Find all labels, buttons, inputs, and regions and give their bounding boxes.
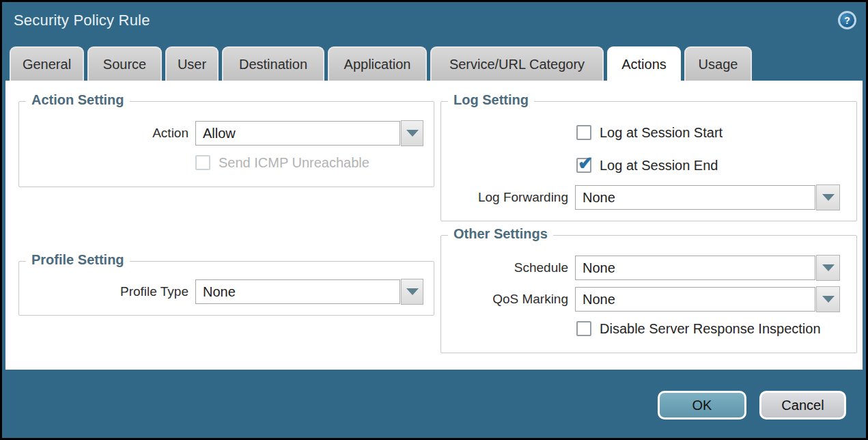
schedule-dropdown: None (575, 255, 840, 281)
chevron-down-icon (822, 264, 835, 271)
action-dropdown-button[interactable] (401, 120, 423, 146)
qos-marking-row: QoS Marking None (441, 286, 840, 313)
profile-type-dropdown: None (195, 279, 423, 305)
schedule-label: Schedule (441, 260, 568, 275)
log-session-end-row: Log at Session End (576, 157, 718, 174)
send-icmp-checkbox (195, 155, 210, 170)
log-forwarding-row: Log Forwarding None (441, 184, 840, 211)
dsri-label: Disable Server Response Inspection (600, 321, 821, 337)
tab-actions[interactable]: Actions (607, 46, 681, 81)
qos-marking-label: QoS Marking (441, 292, 568, 307)
schedule-dropdown-button[interactable] (816, 255, 840, 281)
qos-marking-dropdown-button[interactable] (816, 286, 840, 312)
action-field-row: Action Allow (19, 120, 423, 147)
dsri-checkbox[interactable] (576, 321, 591, 336)
profile-type-label: Profile Type (19, 284, 188, 299)
tab-label: Usage (699, 57, 738, 72)
action-dropdown: Allow (195, 120, 423, 146)
tab-label: Source (103, 57, 146, 72)
log-session-start-label: Log at Session Start (600, 125, 723, 141)
log-forwarding-dropdown-button[interactable] (816, 184, 840, 210)
tab-label: Service/URL Category (449, 57, 585, 72)
action-dropdown-value[interactable]: Allow (195, 121, 400, 146)
log-session-end-checkbox[interactable] (576, 158, 591, 173)
tab-label: General (23, 57, 71, 72)
log-forwarding-label: Log Forwarding (441, 190, 568, 205)
question-mark-glyph: ? (844, 15, 850, 26)
action-label: Action (19, 126, 188, 141)
help-icon[interactable]: ? (838, 11, 856, 29)
log-session-end-label: Log at Session End (600, 158, 718, 174)
profile-setting-group: Profile Setting Profile Type None (18, 261, 434, 316)
profile-type-row: Profile Type None (19, 278, 423, 305)
tab-service-url-category[interactable]: Service/URL Category (430, 46, 604, 81)
log-forwarding-dropdown-value[interactable]: None (575, 185, 815, 210)
log-session-start-checkbox[interactable] (576, 125, 591, 140)
group-legend: Profile Setting (26, 252, 130, 268)
dialog-title: Security Policy Rule (14, 12, 150, 29)
tab-label: User (178, 57, 206, 72)
group-legend: Action Setting (26, 92, 130, 108)
tab-destination[interactable]: Destination (222, 46, 324, 81)
dsri-row: Disable Server Response Inspection (576, 320, 821, 337)
group-legend: Log Setting (448, 92, 534, 108)
schedule-dropdown-value[interactable]: None (575, 256, 815, 280)
qos-marking-dropdown: None (575, 286, 840, 312)
other-settings-group: Other Settings Schedule None QoS Marking… (440, 235, 857, 353)
tab-usage[interactable]: Usage (684, 46, 752, 81)
chevron-down-icon (822, 194, 835, 201)
tab-bar: General Source User Destination Applicat… (10, 46, 752, 81)
action-setting-group: Action Setting Action Allow Send ICMP Un… (18, 101, 434, 187)
log-forwarding-dropdown: None (575, 184, 840, 210)
qos-marking-dropdown-value[interactable]: None (575, 287, 815, 312)
send-icmp-row: Send ICMP Unreachable (195, 154, 369, 171)
profile-type-dropdown-value[interactable]: None (195, 279, 400, 304)
tab-source[interactable]: Source (87, 46, 162, 81)
send-icmp-label: Send ICMP Unreachable (219, 155, 369, 171)
group-legend: Other Settings (448, 226, 553, 242)
profile-type-dropdown-button[interactable] (401, 279, 423, 305)
tab-user[interactable]: User (165, 46, 219, 81)
actions-tab-panel: Action Setting Action Allow Send ICMP Un… (5, 81, 863, 370)
tab-label: Actions (621, 57, 667, 72)
tab-label: Destination (239, 57, 307, 72)
schedule-row: Schedule None (441, 254, 840, 281)
chevron-down-icon (406, 288, 419, 295)
log-session-start-row: Log at Session Start (576, 124, 723, 141)
cancel-button[interactable]: Cancel (759, 391, 846, 420)
chevron-down-icon (406, 130, 419, 137)
tab-application[interactable]: Application (328, 46, 427, 81)
ok-button[interactable]: OK (658, 391, 746, 420)
tab-label: Application (344, 57, 411, 72)
chevron-down-icon (822, 296, 835, 303)
log-setting-group: Log Setting Log at Session Start Log at … (440, 101, 857, 221)
tab-general[interactable]: General (10, 46, 84, 81)
